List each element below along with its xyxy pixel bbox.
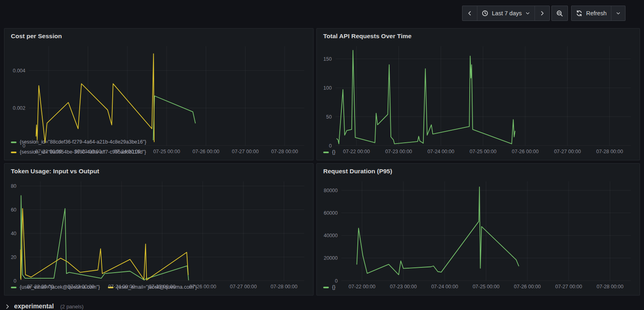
panel-total-api-requests: Total API Requests Over Time 05010015007… xyxy=(316,28,640,160)
refresh-controls: Refresh xyxy=(571,6,625,21)
time-range-controls: Last 7 days xyxy=(462,6,550,21)
svg-text:07-27 00:00: 07-27 00:00 xyxy=(554,149,581,154)
svg-text:07-25 00:00: 07-25 00:00 xyxy=(473,284,500,289)
svg-text:07-28 00:00: 07-28 00:00 xyxy=(597,284,623,289)
svg-text:20000: 20000 xyxy=(324,255,338,261)
svg-text:40: 40 xyxy=(11,231,17,236)
svg-text:07-28 00:00: 07-28 00:00 xyxy=(596,149,623,154)
svg-text:07-23 00:00: 07-23 00:00 xyxy=(74,149,101,154)
zoom-out-icon xyxy=(556,10,563,17)
svg-text:100: 100 xyxy=(323,85,332,91)
chevron-down-icon xyxy=(525,11,530,16)
refresh-label: Refresh xyxy=(586,10,607,16)
time-shift-forward-button[interactable] xyxy=(535,6,549,21)
refresh-icon xyxy=(576,10,582,16)
time-series-chart[interactable]: 02040608007-22 00:0007-23 00:0007-24 00:… xyxy=(8,177,310,282)
svg-text:07-24 00:00: 07-24 00:00 xyxy=(427,149,454,154)
svg-text:07-24 00:00: 07-24 00:00 xyxy=(431,284,458,289)
svg-text:07-22 00:00: 07-22 00:00 xyxy=(27,284,54,289)
svg-text:150: 150 xyxy=(323,56,332,62)
svg-text:07-27 00:00: 07-27 00:00 xyxy=(232,149,259,154)
svg-text:07-24 00:00: 07-24 00:00 xyxy=(108,284,135,289)
svg-text:0.002: 0.002 xyxy=(13,105,25,111)
svg-text:0: 0 xyxy=(23,143,25,149)
row-toggle-experimental[interactable]: experimental (2 panels) xyxy=(5,300,84,310)
row-panel-count: (2 panels) xyxy=(60,304,84,310)
svg-text:07-23 00:00: 07-23 00:00 xyxy=(385,149,412,154)
chevron-right-icon xyxy=(5,304,10,309)
clock-icon xyxy=(482,10,488,16)
time-shift-back-button[interactable] xyxy=(462,6,477,21)
svg-text:07-28 00:00: 07-28 00:00 xyxy=(270,284,297,289)
svg-text:0: 0 xyxy=(14,278,17,284)
svg-text:07-22 00:00: 07-22 00:00 xyxy=(349,284,376,289)
panel-title[interactable]: Request Duration (P95) xyxy=(317,164,640,177)
svg-text:07-26 00:00: 07-26 00:00 xyxy=(192,149,219,154)
svg-text:07-23 00:00: 07-23 00:00 xyxy=(68,284,95,289)
svg-text:07-26 00:00: 07-26 00:00 xyxy=(189,284,216,289)
svg-text:07-25 00:00: 07-25 00:00 xyxy=(149,284,176,289)
svg-text:07-24 00:00: 07-24 00:00 xyxy=(114,149,141,154)
panel-title[interactable]: Token Usage: Input vs Output xyxy=(4,164,313,177)
svg-text:07-25 00:00: 07-25 00:00 xyxy=(153,149,180,154)
svg-text:80: 80 xyxy=(11,183,17,189)
svg-text:0.004: 0.004 xyxy=(13,68,25,74)
dashboard-panel-grid: Cost per Session 00.0020.00407-22 00:000… xyxy=(4,28,640,296)
svg-text:07-23 00:00: 07-23 00:00 xyxy=(390,284,417,289)
chevron-left-icon xyxy=(467,10,473,16)
svg-text:07-22 00:00: 07-22 00:00 xyxy=(343,149,370,154)
time-series-chart[interactable]: 05010015007-22 00:0007-23 00:0007-24 00:… xyxy=(320,42,636,147)
svg-text:07-26 00:00: 07-26 00:00 xyxy=(512,149,539,154)
panel-title[interactable]: Cost per Session xyxy=(4,29,313,42)
svg-text:07-22 00:00: 07-22 00:00 xyxy=(35,149,62,154)
time-range-label: Last 7 days xyxy=(492,10,522,16)
chevron-down-icon xyxy=(616,11,621,16)
refresh-button[interactable]: Refresh xyxy=(572,6,611,21)
panel-request-duration: Request Duration (P95) 02000040000600008… xyxy=(316,163,640,296)
svg-text:40000: 40000 xyxy=(324,233,338,238)
svg-text:07-27 00:00: 07-27 00:00 xyxy=(230,284,257,289)
time-series-chart[interactable]: 00.0020.00407-22 00:0007-23 00:0007-24 0… xyxy=(8,42,310,137)
chevron-right-icon xyxy=(539,10,545,16)
svg-text:50: 50 xyxy=(326,114,332,120)
svg-text:60: 60 xyxy=(11,207,17,213)
svg-text:80000: 80000 xyxy=(324,188,338,193)
svg-text:07-26 00:00: 07-26 00:00 xyxy=(514,284,541,289)
svg-text:20: 20 xyxy=(11,255,17,260)
refresh-interval-dropdown[interactable] xyxy=(611,6,625,21)
svg-text:60000: 60000 xyxy=(324,210,338,216)
svg-text:07-27 00:00: 07-27 00:00 xyxy=(555,284,582,289)
zoom-out-time-button[interactable] xyxy=(552,6,568,21)
svg-text:0: 0 xyxy=(329,143,332,149)
panel-cost-per-session: Cost per Session 00.0020.00407-22 00:000… xyxy=(4,28,314,160)
time-range-picker-button[interactable]: Last 7 days xyxy=(477,6,535,21)
row-title: experimental xyxy=(14,303,54,310)
zoom-out-group xyxy=(551,6,568,21)
panel-title[interactable]: Total API Requests Over Time xyxy=(317,29,640,42)
svg-text:07-25 00:00: 07-25 00:00 xyxy=(470,149,497,154)
panel-token-usage: Token Usage: Input vs Output 02040608007… xyxy=(4,163,314,296)
dashboard-toolbar: Last 7 days Refresh xyxy=(0,0,644,27)
time-series-chart[interactable]: 02000040000600008000007-22 00:0007-23 00… xyxy=(320,177,636,282)
svg-text:07-28 00:00: 07-28 00:00 xyxy=(271,149,298,154)
svg-text:0: 0 xyxy=(335,278,338,284)
